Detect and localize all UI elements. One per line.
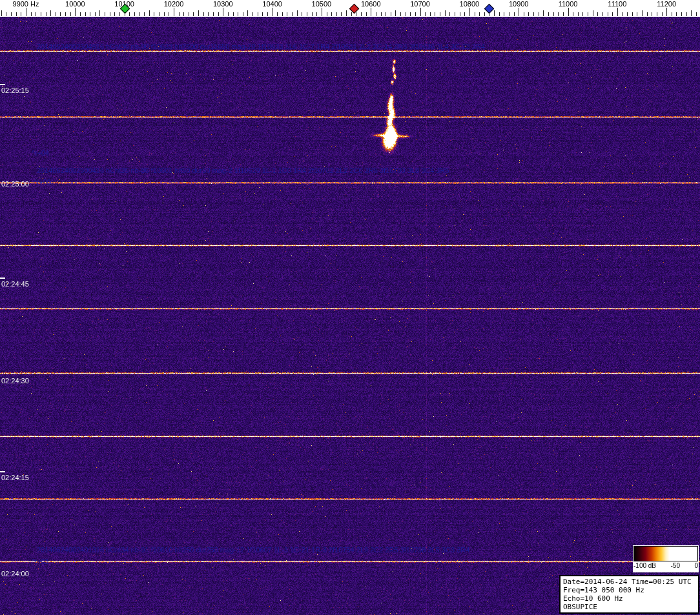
freq-tick-label: 10700: [410, 0, 430, 8]
freq-tick-label: 10200: [164, 0, 184, 8]
info-observer-line: OBSUPICE: [563, 603, 695, 611]
time-label: 02:24:45: [1, 280, 29, 288]
frequency-ruler: 9900 Hz100001010010200103001040010500106…: [0, 0, 700, 17]
freq-tick-label: 10600: [361, 0, 381, 8]
freq-tick-label: 11100: [608, 0, 626, 8]
time-label: 02:24:30: [1, 377, 29, 385]
freq-tick-label: 10500: [312, 0, 332, 8]
colorbar-mid-label: -50: [671, 562, 680, 569]
colorbar-legend: -100 dB -50 0: [633, 545, 699, 572]
waterfall-canvas: [0, 17, 700, 615]
info-date-line: Date=2014-06-24 Time=00:25 UTC: [563, 578, 695, 586]
colorbar-labels: -100 dB -50 0: [633, 562, 698, 569]
freq-tick-label: 11000: [559, 0, 578, 8]
detection-annotation: 20140624002500416 hCnt35 nb-86 f10601 hi…: [37, 166, 449, 174]
freq-tick-label: 9900 Hz: [13, 0, 39, 8]
detection-annotation: ^t+00: [34, 178, 51, 186]
detection-annotation: ^t+01: [32, 558, 49, 565]
station-info-box: Date=2014-06-24 Time=00:25 UTC Freq=143 …: [559, 575, 699, 614]
time-label: 02:25:00: [1, 180, 29, 188]
detection-annotation: ^t+04: [32, 149, 49, 157]
colorbar-gradient: [633, 546, 698, 561]
detection-annotation: 20140624002504916 hCnt36 nb-90 f10633 hi…: [37, 43, 485, 50]
info-freq-line: Freq=143 050 000 Hz: [563, 586, 695, 594]
freq-tick-label: 11200: [657, 0, 676, 8]
time-label: 02:24:15: [1, 474, 29, 481]
colorbar-min-label: -100 dB: [633, 562, 656, 569]
time-label: 02:25:15: [1, 86, 29, 94]
detection-annotation: 20140624002401316 hCnt34 nb-91 f10610 hi…: [37, 546, 469, 554]
info-echo-line: Echo=10 600 Hz: [563, 594, 695, 603]
time-label: 02:24:00: [1, 570, 29, 578]
freq-tick-label: 10300: [213, 0, 233, 8]
spectrogram-display: 9900 Hz100001010010200103001040010500106…: [0, 0, 700, 615]
freq-tick-label: 10400: [262, 0, 282, 8]
freq-tick-label: 10000: [65, 0, 85, 8]
freq-tick-label: 10900: [509, 0, 529, 8]
freq-tick-label: 10800: [460, 0, 480, 8]
colorbar-max-label: 0: [694, 562, 698, 569]
